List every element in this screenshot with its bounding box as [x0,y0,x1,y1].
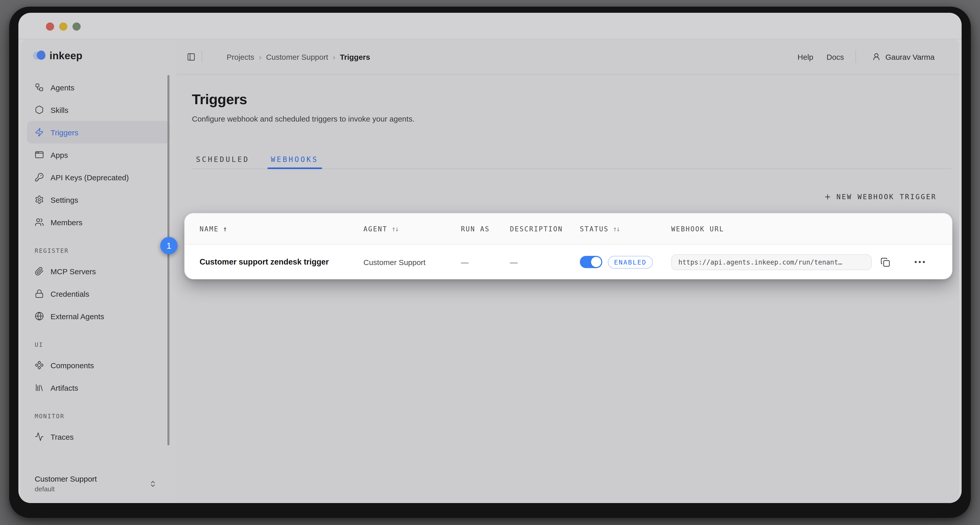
row-actions-menu-button[interactable] [915,261,925,263]
column-header-agent[interactable]: AGENT ↑↓ [363,225,461,233]
sidebar-item-label: Credentials [51,289,89,298]
description-cell: — [510,258,580,266]
annotation-step-badge: 1 [160,237,178,254]
components-icon [35,361,44,370]
sidebar-item-label: Components [51,361,94,370]
sidebar-item-label: External Agents [51,312,104,321]
sidebar-item-label: Members [51,218,83,227]
header-divider [202,51,202,63]
sidebar-item-label: Triggers [51,128,78,137]
sidebar-item-traces[interactable]: Traces [27,425,170,448]
actions-row: NEW WEBHOOK TRIGGER [824,189,937,204]
sidebar-item-triggers[interactable]: Triggers [27,121,170,144]
sidebar-item-skills[interactable]: Skills [27,99,170,121]
sidebar: inkeep Agents Skills Triggers [21,39,176,503]
chevrons-up-down-icon [149,480,157,487]
panel-left-icon[interactable] [187,52,196,61]
app-window-icon [35,150,44,160]
activity-icon [35,432,44,441]
section-title: MONITOR [35,411,176,422]
close-window-button[interactable] [46,22,54,30]
tab-webhooks[interactable]: WEBHOOKS [267,150,322,169]
sidebar-item-label: Settings [51,195,78,204]
tab-scheduled[interactable]: SCHEDULED [192,150,253,169]
status-cell: ENABLED [580,255,671,268]
breadcrumb-separator: › [333,52,335,61]
sidebar-item-components[interactable]: Components [27,354,170,377]
users-icon [35,217,44,227]
window-titlebar [18,13,962,39]
sidebar-scrollbar[interactable] [167,75,169,445]
header-divider [855,51,856,63]
sidebar-item-label: MCP Servers [51,267,96,276]
breadcrumb-customer-support[interactable]: Customer Support [266,52,328,61]
hexagon-icon [35,105,44,114]
person-icon [872,53,880,61]
tabs: SCHEDULED WEBHOOKS [192,150,951,169]
breadcrumb-triggers: Triggers [340,52,370,61]
copy-icon[interactable] [880,257,890,267]
column-header-description: DESCRIPTION [510,225,580,233]
run-as-cell: — [461,258,510,266]
section-title: REGISTER [35,245,176,256]
project-graph: default [35,485,97,493]
user-name: Gaurav Varma [885,52,935,61]
user-menu[interactable]: Gaurav Varma [855,51,935,63]
sort-icon: ↑↓ [613,225,619,233]
workflow-icon [35,83,44,92]
inkeep-logo-icon [33,50,46,61]
column-header-name[interactable]: NAME ↑ [200,225,363,233]
minimize-window-button[interactable] [59,22,67,30]
column-header-run-as: RUN AS [461,225,510,233]
section-title: UI [35,339,176,350]
sidebar-item-members[interactable]: Members [27,211,170,233]
table-header-row: NAME ↑ AGENT ↑↓ RUN AS DESCRIP [185,214,952,245]
sidebar-item-label: Artifacts [51,383,78,392]
column-header-webhook-url: WEBHOOK URL [671,225,952,233]
sidebar-item-artifacts[interactable]: Artifacts [27,377,170,399]
table-row: Customer support zendesk trigger Custome… [185,245,952,279]
sort-icon: ↑↓ [391,225,398,233]
globe-icon [35,311,44,321]
project-name: Customer Support [35,474,97,483]
sidebar-item-settings[interactable]: Settings [27,188,170,211]
sidebar-section-monitor: MONITOR Traces [21,411,176,448]
sidebar-item-apps[interactable]: Apps [27,144,170,166]
sidebar-item-label: Traces [51,432,74,441]
sidebar-item-label: API Keys (Deprecated) [51,173,129,182]
breadcrumb-projects[interactable]: Projects [227,52,254,61]
column-header-status[interactable]: STATUS ↑↓ [580,225,671,233]
sidebar-item-mcp-servers[interactable]: MCP Servers [27,260,170,282]
page-description: Configure webhook and scheduled triggers… [192,114,959,123]
page-content: Triggers Configure webhook and scheduled… [176,75,959,503]
docs-link[interactable]: Docs [827,52,844,61]
paperclip-icon [35,266,44,276]
page-title: Triggers [192,91,959,108]
sidebar-section-register: REGISTER MCP Servers Credentials Exte [21,245,176,327]
key-icon [35,172,44,182]
sidebar-section-ui: UI Components Artifacts [21,339,176,399]
library-icon [35,383,44,392]
main-header: Projects › Customer Support › Triggers H… [176,39,959,75]
sidebar-nav: Agents Skills Triggers Apps [21,76,176,233]
inkeep-logo[interactable]: inkeep [21,39,176,72]
lock-icon [35,289,44,298]
sidebar-item-agents[interactable]: Agents [27,76,170,99]
new-webhook-trigger-button[interactable]: NEW WEBHOOK TRIGGER [824,193,937,201]
webhook-url-cell: https://api.agents.inkeep.com/run/tenant… [671,254,952,270]
status-toggle[interactable] [580,256,602,268]
sidebar-item-label: Agents [51,83,74,92]
webhook-url-value[interactable]: https://api.agents.inkeep.com/run/tenant… [671,254,872,270]
sidebar-item-external-agents[interactable]: External Agents [27,305,170,327]
app-window: inkeep Agents Skills Triggers [18,13,962,503]
sidebar-item-credentials[interactable]: Credentials [27,282,170,305]
help-link[interactable]: Help [797,52,813,61]
trigger-name-cell[interactable]: Customer support zendesk trigger [200,257,363,266]
sidebar-item-api-keys[interactable]: API Keys (Deprecated) [27,166,170,188]
maximize-window-button[interactable] [73,22,81,30]
sidebar-item-label: Skills [51,105,68,114]
project-switcher[interactable]: Customer Support default [35,474,157,493]
screenshot-stage: inkeep Agents Skills Triggers [0,0,980,525]
agent-cell: Customer Support [363,258,461,266]
app-shell: inkeep Agents Skills Triggers [21,39,959,503]
